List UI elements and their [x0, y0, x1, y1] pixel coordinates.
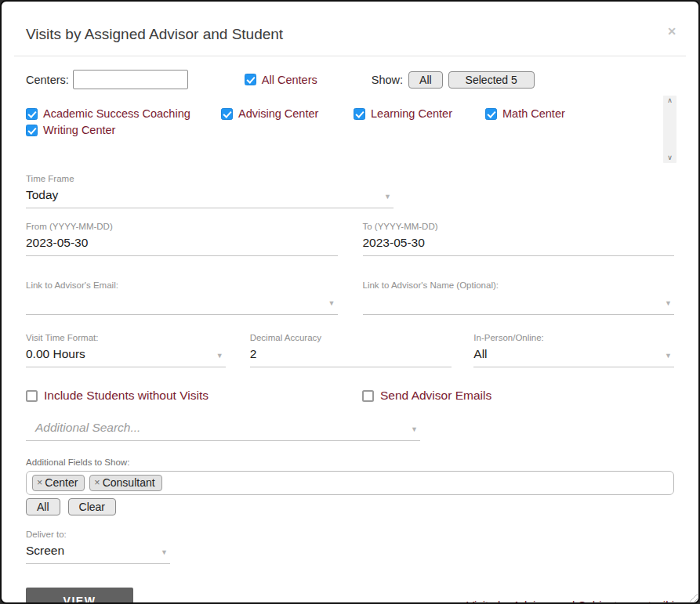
to-date-field[interactable]: To (YYYY-MM-DD) 2023-05-30: [363, 221, 675, 256]
to-date-value: 2023-05-30: [363, 235, 675, 250]
center-option-label: Academic Success Coaching: [43, 107, 190, 120]
include-students-checkbox[interactable]: Include Students without Visits: [26, 389, 362, 403]
remove-tag-icon[interactable]: ×: [37, 478, 42, 488]
view-button[interactable]: VIEW: [26, 588, 133, 604]
remove-tag-icon[interactable]: ×: [94, 478, 100, 488]
checkbox-checked-icon[interactable]: [485, 108, 497, 120]
center-option-label: Math Center: [502, 107, 565, 120]
deliver-to-select[interactable]: Deliver to: Screen ▼: [26, 529, 170, 564]
chevron-down-icon: ▼: [384, 193, 391, 201]
additional-fields-label: Additional Fields to Show:: [26, 458, 674, 467]
chevron-down-icon: ▼: [161, 548, 168, 556]
show-selected-button[interactable]: Selected 5: [448, 71, 535, 89]
tag-label: Center: [45, 476, 78, 489]
from-date-value: 2023-05-30: [26, 235, 338, 250]
scroll-down-icon[interactable]: ∨: [667, 154, 673, 161]
send-advisor-emails-label: Send Advisor Emails: [380, 389, 491, 403]
visit-time-format-value: 0.00 Hours: [26, 346, 226, 361]
checkbox-checked-icon[interactable]: [354, 108, 365, 120]
header-divider: [14, 56, 686, 56]
chevron-down-icon: ▼: [328, 299, 335, 307]
centers-option-list: Academic Success Coaching Advising Cente…: [26, 96, 674, 164]
advisor-email-select[interactable]: Link to Advisor's Email: ▼: [26, 280, 338, 315]
checkbox-checked-icon[interactable]: [26, 108, 38, 120]
decimal-accuracy-label: Decimal Accuracy: [250, 333, 452, 342]
centers-search-input[interactable]: [73, 70, 188, 89]
date-range-row: From (YYYY-MM-DD) 2023-05-30 To (YYYY-MM…: [26, 221, 674, 256]
tag-label: Consultant: [103, 476, 155, 489]
in-person-online-value: All: [473, 346, 674, 361]
advisor-name-select[interactable]: Link to Advisor's Name (Optional): ▼: [363, 280, 675, 315]
visit-time-format-select[interactable]: Visit Time Format: 0.00 Hours ▼: [26, 332, 226, 367]
format-row: Visit Time Format: 0.00 Hours ▼ Decimal …: [26, 332, 674, 367]
additional-search-placeholder: Additional Search...: [26, 420, 420, 435]
center-option-advising-center[interactable]: Advising Center: [221, 107, 318, 120]
chevron-down-icon: ▼: [665, 299, 672, 307]
send-advisor-emails-checkbox[interactable]: Send Advisor Emails: [362, 389, 491, 403]
show-buttons-group: Show: All Selected 5: [372, 71, 535, 89]
footer-row: VIEW Visits by Advisor and Subject repor…: [26, 588, 674, 604]
centers-label: Centers:: [26, 74, 69, 86]
decimal-accuracy-value: 2: [250, 346, 452, 361]
center-option-learning-center[interactable]: Learning Center: [354, 107, 452, 120]
tag-buttons-row: All Clear: [26, 498, 674, 515]
chevron-down-icon: ▼: [665, 352, 672, 360]
time-frame-value: Today: [26, 187, 394, 202]
time-frame-select[interactable]: Time Frame Today ▼: [26, 173, 394, 208]
include-students-label: Include Students without Visits: [44, 389, 209, 403]
page-title: Visits by Assigned Advisor and Student: [26, 26, 674, 43]
advisor-name-label: Link to Advisor's Name (Optional):: [363, 280, 675, 290]
center-option-writing-center[interactable]: Writing Center: [26, 124, 115, 136]
center-option-math-center[interactable]: Math Center: [485, 107, 565, 120]
from-date-label: From (YYYY-MM-DD): [26, 222, 338, 231]
checkbox-checked-icon[interactable]: [221, 108, 233, 120]
chevron-down-icon: ▼: [216, 352, 223, 360]
from-date-field[interactable]: From (YYYY-MM-DD) 2023-05-30: [26, 221, 338, 256]
center-option-academic-success-coaching[interactable]: Academic Success Coaching: [26, 107, 190, 120]
chevron-down-icon: ▼: [411, 425, 418, 433]
advisor-email-label: Link to Advisor's Email:: [26, 280, 338, 290]
resize-handle[interactable]: [687, 591, 698, 602]
center-option-label: Advising Center: [238, 107, 318, 120]
advisor-email-value: [26, 294, 338, 309]
centers-list-scrollbar[interactable]: ∧ ∨: [663, 96, 676, 163]
time-frame-label: Time Frame: [26, 174, 394, 183]
tag-center[interactable]: × Center: [32, 475, 85, 491]
close-icon[interactable]: ✕: [667, 26, 676, 37]
additional-fields-tag-input[interactable]: × Center × Consultant: [26, 471, 674, 495]
in-person-online-select[interactable]: In-Person/Online: All ▼: [473, 332, 674, 367]
checkbox-checked-icon[interactable]: [245, 74, 256, 85]
deliver-to-value: Screen: [26, 543, 170, 558]
checkbox-checked-icon[interactable]: [26, 125, 38, 136]
report-dialog: Visits by Assigned Advisor and Student ✕…: [0, 0, 700, 604]
all-centers-label: All Centers: [262, 74, 317, 86]
in-person-online-label: In-Person/Online:: [473, 333, 674, 342]
all-centers-checkbox[interactable]: All Centers: [245, 74, 317, 86]
center-option-label: Writing Center: [43, 124, 115, 136]
advisor-links-row: Link to Advisor's Email: ▼ Link to Advis…: [26, 280, 674, 315]
option-checkboxes-row: Include Students without Visits Send Adv…: [26, 389, 674, 403]
checkbox-unchecked-icon[interactable]: [362, 390, 374, 402]
scroll-up-icon[interactable]: ∧: [667, 97, 673, 104]
show-label: Show:: [372, 74, 403, 86]
report-wiki-link[interactable]: Visits by Advisor and Subject report wik…: [466, 599, 674, 604]
additional-search-select[interactable]: Additional Search... ▼: [26, 419, 420, 441]
center-option-label: Learning Center: [371, 107, 452, 120]
decimal-accuracy-field[interactable]: Decimal Accuracy 2: [250, 332, 452, 367]
checkbox-unchecked-icon[interactable]: [26, 390, 38, 402]
centers-row: Centers: All Centers Show: All Selected …: [26, 69, 674, 90]
tag-consultant[interactable]: × Consultant: [89, 475, 161, 491]
deliver-to-label: Deliver to:: [26, 530, 170, 539]
visit-time-format-label: Visit Time Format:: [26, 333, 226, 342]
fields-all-button[interactable]: All: [26, 498, 60, 515]
to-date-label: To (YYYY-MM-DD): [363, 222, 675, 231]
fields-clear-button[interactable]: Clear: [68, 498, 116, 515]
advisor-name-value: [363, 294, 675, 309]
show-all-button[interactable]: All: [408, 71, 443, 89]
